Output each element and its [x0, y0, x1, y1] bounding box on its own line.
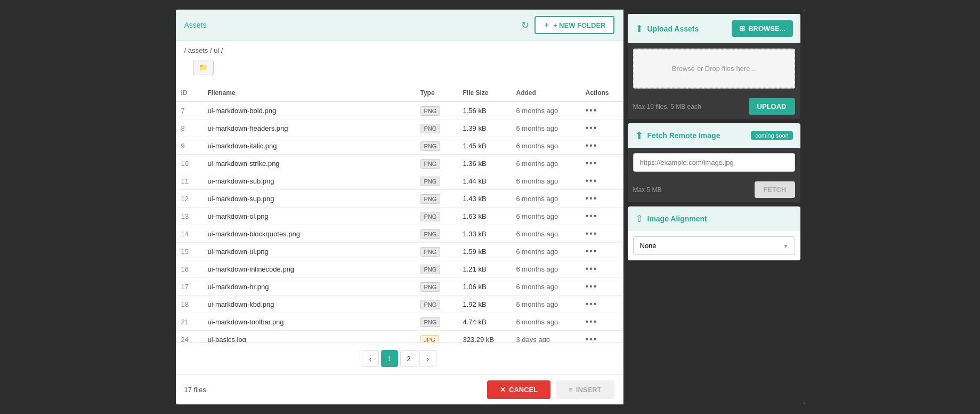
- upload-max-info: Max 10 files, 5 MB each: [633, 103, 701, 110]
- fetch-url-input[interactable]: [633, 153, 795, 172]
- page-next-button[interactable]: ›: [419, 350, 436, 367]
- cell-actions: •••: [580, 296, 623, 313]
- new-folder-button[interactable]: ＋ + NEW FOLDER: [534, 16, 614, 34]
- cell-added: 3 days ago: [511, 331, 580, 343]
- alignment-select-wrap: NoneLeftCenterRight: [628, 231, 800, 260]
- left-panel: Assets ↻ ＋ + NEW FOLDER / assets / ui / …: [176, 10, 623, 404]
- col-size: File Size: [458, 85, 511, 101]
- cancel-button[interactable]: ✕ CANCEL: [487, 380, 550, 399]
- cell-filename: ui-markdown-hr.png: [203, 278, 415, 296]
- row-actions-button[interactable]: •••: [586, 282, 598, 291]
- table-row[interactable]: 18 ui-markdown-kbd.png PNG 1.92 kB 6 mon…: [176, 296, 623, 313]
- type-badge: PNG: [420, 317, 441, 327]
- file-table-container: ID Filename Type File Size Added Actions…: [176, 85, 623, 342]
- cell-added: 6 months ago: [511, 225, 580, 243]
- row-actions-button[interactable]: •••: [586, 246, 598, 256]
- type-badge: PNG: [420, 265, 441, 274]
- type-badge: PNG: [420, 282, 441, 292]
- table-row[interactable]: 14 ui-markdown-blockquotes.png PNG 1.33 …: [176, 225, 623, 243]
- pagination: ‹ 1 2 ›: [176, 342, 623, 375]
- cell-size: 4.74 kB: [458, 313, 511, 331]
- row-actions-button[interactable]: •••: [586, 264, 598, 273]
- row-actions-button[interactable]: •••: [586, 317, 598, 326]
- row-actions-button[interactable]: •••: [586, 158, 598, 168]
- folder-up-button[interactable]: 📁: [193, 60, 214, 75]
- table-row[interactable]: 9 ui-markdown-italic.png PNG 1.45 kB 6 m…: [176, 137, 623, 155]
- cell-filename: ui-markdown-strike.png: [203, 155, 415, 172]
- table-row[interactable]: 13 ui-markdown-ol.png PNG 1.63 kB 6 mont…: [176, 208, 623, 225]
- cell-size: 1.56 kB: [458, 101, 511, 120]
- fetch-button: FETCH: [755, 181, 795, 198]
- cell-added: 6 months ago: [511, 296, 580, 313]
- type-badge: PNG: [420, 229, 441, 239]
- type-badge: PNG: [420, 141, 441, 151]
- cell-type: PNG: [415, 313, 458, 331]
- table-row[interactable]: 10 ui-markdown-strike.png PNG 1.36 kB 6 …: [176, 155, 623, 172]
- cell-id: 11: [176, 172, 203, 190]
- cell-type: PNG: [415, 243, 458, 260]
- row-actions-button[interactable]: •••: [586, 211, 598, 220]
- fetch-max-info: Max 5 MB: [633, 186, 662, 194]
- cell-added: 6 months ago: [511, 155, 580, 172]
- drop-zone[interactable]: Browse or Drop files here...: [633, 49, 795, 89]
- new-folder-icon: ＋: [543, 20, 550, 30]
- browse-icon: ⊞: [739, 25, 745, 33]
- type-badge: PNG: [420, 124, 441, 133]
- upload-cloud-icon: ⬆: [635, 23, 643, 35]
- cell-type: PNG: [415, 260, 458, 278]
- cell-size: 1.63 kB: [458, 208, 511, 225]
- row-actions-button[interactable]: •••: [586, 176, 598, 185]
- cell-actions: •••: [580, 101, 623, 120]
- table-row[interactable]: 17 ui-markdown-hr.png PNG 1.06 kB 6 mont…: [176, 278, 623, 296]
- page-prev-button[interactable]: ‹: [362, 350, 379, 367]
- cell-id: 17: [176, 278, 203, 296]
- cell-actions: •••: [580, 137, 623, 155]
- table-row[interactable]: 21 ui-markdown-toolbar.png PNG 4.74 kB 6…: [176, 313, 623, 331]
- cell-actions: •••: [580, 208, 623, 225]
- table-row[interactable]: 24 ui-basics.jpg JPG 323.29 kB 3 days ag…: [176, 331, 623, 343]
- alignment-select[interactable]: NoneLeftCenterRight: [633, 236, 795, 255]
- row-actions-button[interactable]: •••: [586, 299, 598, 308]
- cell-filename: ui-markdown-headers.png: [203, 120, 415, 137]
- table-row[interactable]: 8 ui-markdown-headers.png PNG 1.39 kB 6 …: [176, 120, 623, 137]
- row-actions-button[interactable]: •••: [586, 229, 598, 238]
- upload-button[interactable]: UPLOAD: [749, 98, 795, 115]
- cell-type: PNG: [415, 225, 458, 243]
- upload-card: ⬆ Upload Assets ⊞ BROWSE... Browse or Dr…: [628, 14, 800, 119]
- file-count: 17 files: [184, 386, 206, 394]
- cell-filename: ui-basics.jpg: [203, 331, 415, 343]
- cell-type: PNG: [415, 155, 458, 172]
- cell-size: 1.06 kB: [458, 278, 511, 296]
- cell-added: 6 months ago: [511, 243, 580, 260]
- cell-id: 10: [176, 155, 203, 172]
- breadcrumb: / assets / ui /: [176, 41, 623, 60]
- row-actions-button[interactable]: •••: [586, 194, 598, 203]
- page-2-button[interactable]: 2: [400, 350, 417, 367]
- browse-button[interactable]: ⊞ BROWSE...: [732, 20, 792, 37]
- refresh-button[interactable]: ↻: [521, 19, 529, 31]
- cell-filename: ui-markdown-bold.png: [203, 101, 415, 120]
- page-1-button[interactable]: 1: [381, 350, 398, 367]
- cell-added: 6 months ago: [511, 101, 580, 120]
- col-id: ID: [176, 85, 203, 101]
- cell-size: 1.33 kB: [458, 225, 511, 243]
- cell-id: 15: [176, 243, 203, 260]
- row-actions-button[interactable]: •••: [586, 123, 598, 132]
- cell-actions: •••: [580, 172, 623, 190]
- fetch-header: ⬆ Fetch Remote Image coming soon: [628, 123, 800, 148]
- table-row[interactable]: 7 ui-markdown-bold.png PNG 1.56 kB 6 mon…: [176, 101, 623, 120]
- row-actions-button[interactable]: •••: [586, 141, 598, 150]
- table-row[interactable]: 15 ui-markdown-ul.png PNG 1.59 kB 6 mont…: [176, 243, 623, 260]
- upload-footer: Max 10 files, 5 MB each UPLOAD: [628, 94, 800, 119]
- table-row[interactable]: 16 ui-markdown-inlinecode.png PNG 1.21 k…: [176, 260, 623, 278]
- table-row[interactable]: 12 ui-markdown-sup.png PNG 1.43 kB 6 mon…: [176, 190, 623, 208]
- cell-type: PNG: [415, 120, 458, 137]
- row-actions-button[interactable]: •••: [586, 106, 598, 115]
- table-row[interactable]: 11 ui-markdown-sub.png PNG 1.44 kB 6 mon…: [176, 172, 623, 190]
- cell-size: 1.92 kB: [458, 296, 511, 313]
- right-panel: ⬆ Upload Assets ⊞ BROWSE... Browse or Dr…: [623, 10, 805, 404]
- cell-type: PNG: [415, 172, 458, 190]
- row-actions-button[interactable]: •••: [586, 335, 598, 342]
- cell-actions: •••: [580, 225, 623, 243]
- fetch-title: Fetch Remote Image: [647, 131, 720, 140]
